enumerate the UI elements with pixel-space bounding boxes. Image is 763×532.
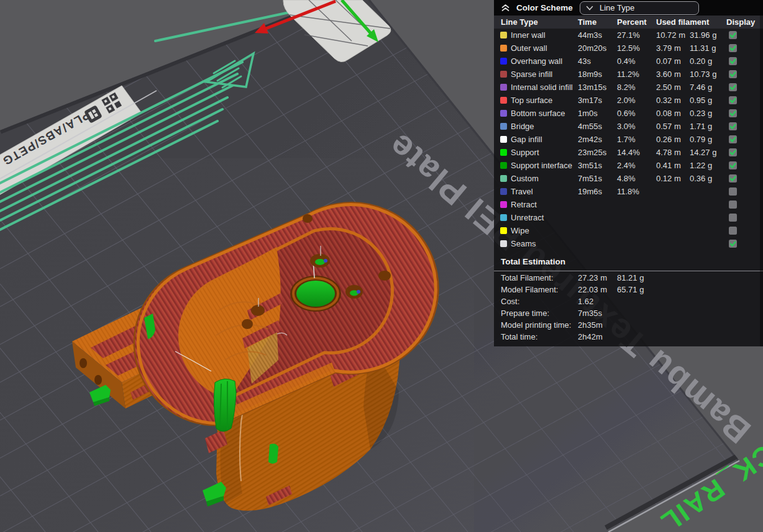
line-color-swatch [500, 123, 507, 130]
filament-weight-value: 0.23 g [690, 107, 712, 120]
estimation-value-2: 81.21 g [617, 272, 644, 284]
display-checkbox[interactable] [729, 96, 737, 104]
estimation-value-1: 1.62 [578, 295, 593, 307]
time-value: 13m15s [578, 81, 606, 94]
line-color-swatch [500, 240, 507, 247]
line-type-label: Sparse infill [511, 68, 552, 81]
dropdown-value: Line Type [600, 2, 634, 14]
estimation-label: Total time: [501, 331, 537, 343]
total-estimation-row: Model Filament:22.03 m65.71 g [494, 284, 763, 295]
estimation-label: Total Filament: [501, 272, 554, 284]
filament-length-value: 10.72 m [656, 29, 685, 42]
time-value: 3m17s [578, 94, 602, 107]
display-checkbox[interactable] [729, 148, 737, 156]
time-value: 20m20s [578, 42, 606, 55]
table-header: Line Type Time Percent Used filament Dis… [494, 16, 763, 29]
display-checkbox[interactable] [729, 44, 737, 52]
filament-weight-value: 0.95 g [690, 94, 712, 107]
filament-weight-value: 31.96 g [690, 29, 716, 42]
line-type-label: Internal solid infill [511, 81, 573, 94]
display-checkbox[interactable] [729, 201, 737, 209]
display-checkbox[interactable] [729, 240, 737, 248]
percent-value: 2.4% [617, 159, 636, 172]
line-type-row: Seams [494, 237, 763, 250]
line-color-swatch [500, 71, 507, 78]
filament-length-value: 4.78 m [656, 146, 681, 159]
collapse-panel-icon[interactable] [500, 2, 511, 13]
header-line-type: Line Type [501, 16, 538, 29]
color-scheme-panel: Color Scheme Line Type Line Type Time Pe… [494, 0, 763, 346]
line-type-row: Unretract [494, 211, 763, 224]
percent-value: 0.6% [617, 107, 636, 120]
panel-title: Color Scheme [516, 0, 573, 16]
line-type-row: Retract [494, 198, 763, 211]
display-checkbox[interactable] [729, 174, 737, 183]
line-type-label: Top surface [511, 94, 552, 107]
line-color-swatch [500, 45, 507, 52]
line-type-row: Custom7m51s4.8%0.12 m0.36 g [494, 172, 763, 185]
display-checkbox[interactable] [729, 187, 737, 196]
display-checkbox[interactable] [729, 83, 737, 91]
separator [494, 271, 763, 271]
percent-value: 8.2% [617, 81, 636, 94]
line-type-label: Seams [511, 237, 536, 250]
display-checkbox[interactable] [729, 57, 737, 65]
color-scheme-dropdown[interactable]: Line Type [580, 1, 699, 15]
filament-weight-value: 11.31 g [690, 42, 716, 55]
total-estimation-row: Total time:2h42m [494, 331, 763, 343]
line-type-row: Support interface3m51s2.4%0.41 m1.22 g [494, 159, 763, 172]
line-type-row: Top surface3m17s2.0%0.32 m0.95 g [494, 94, 763, 107]
percent-value: 14.4% [617, 146, 640, 159]
estimation-value-2: 65.71 g [617, 284, 644, 295]
display-checkbox[interactable] [729, 122, 737, 130]
estimation-value-1: 2h42m [578, 331, 603, 343]
line-type-row: Support23m25s14.4%4.78 m14.27 g [494, 146, 763, 159]
line-color-swatch [500, 136, 507, 143]
time-value: 43s [578, 55, 591, 68]
line-type-label: Travel [511, 185, 533, 198]
percent-value: 0.4% [617, 55, 636, 68]
total-estimation-row: Model printing time:2h35m [494, 319, 763, 331]
estimation-label: Model Filament: [501, 284, 558, 295]
header-display: Display [726, 16, 755, 29]
slicer-preview-window: Bambu Textured PEI Plate CK_RAIL PLA/ABS… [0, 0, 763, 532]
line-color-swatch [500, 175, 507, 182]
line-type-label: Bottom surface [511, 107, 565, 120]
estimation-label: Cost: [501, 295, 519, 307]
estimation-label: Prepare time: [501, 307, 549, 319]
display-checkbox[interactable] [729, 135, 737, 143]
panel-scrollbar[interactable] [760, 0, 763, 346]
filament-length-value: 3.60 m [656, 68, 681, 81]
filament-weight-value: 0.36 g [690, 172, 712, 185]
display-checkbox[interactable] [729, 70, 737, 78]
time-value: 4m55s [578, 120, 602, 133]
filament-weight-value: 10.73 g [690, 68, 716, 81]
line-type-label: Inner wall [511, 29, 546, 42]
estimation-value-1: 27.23 m [578, 272, 607, 284]
display-checkbox[interactable] [729, 227, 737, 235]
line-type-row: Bottom surface1m0s0.6%0.08 m0.23 g [494, 107, 763, 120]
display-checkbox[interactable] [729, 31, 737, 39]
line-type-row: Travel19m6s11.8% [494, 185, 763, 198]
filament-length-value: 3.79 m [656, 42, 681, 55]
line-type-row: Sparse infill18m9s11.2%3.60 m10.73 g [494, 68, 763, 81]
line-type-row: Overhang wall43s0.4%0.07 m0.20 g [494, 55, 763, 68]
line-type-row: Bridge4m55s3.0%0.57 m1.71 g [494, 120, 763, 133]
time-value: 44m3s [578, 29, 602, 42]
display-checkbox[interactable] [729, 109, 737, 117]
filament-length-value: 0.41 m [656, 159, 681, 172]
filament-weight-value: 1.71 g [690, 120, 712, 133]
total-estimation-row: Total Filament:27.23 m81.21 g [494, 272, 763, 284]
line-type-label: Overhang wall [511, 55, 562, 68]
line-color-swatch [500, 214, 507, 221]
line-color-swatch [500, 201, 507, 208]
line-type-label: Retract [511, 198, 537, 211]
estimation-label: Model printing time: [501, 319, 571, 331]
total-estimation-title: Total Estimation [501, 254, 565, 270]
line-type-row: Wipe [494, 224, 763, 237]
display-checkbox[interactable] [729, 161, 737, 169]
time-value: 3m51s [578, 159, 602, 172]
line-type-label: Support interface [511, 159, 572, 172]
time-value: 23m25s [578, 146, 606, 159]
display-checkbox[interactable] [729, 214, 737, 222]
